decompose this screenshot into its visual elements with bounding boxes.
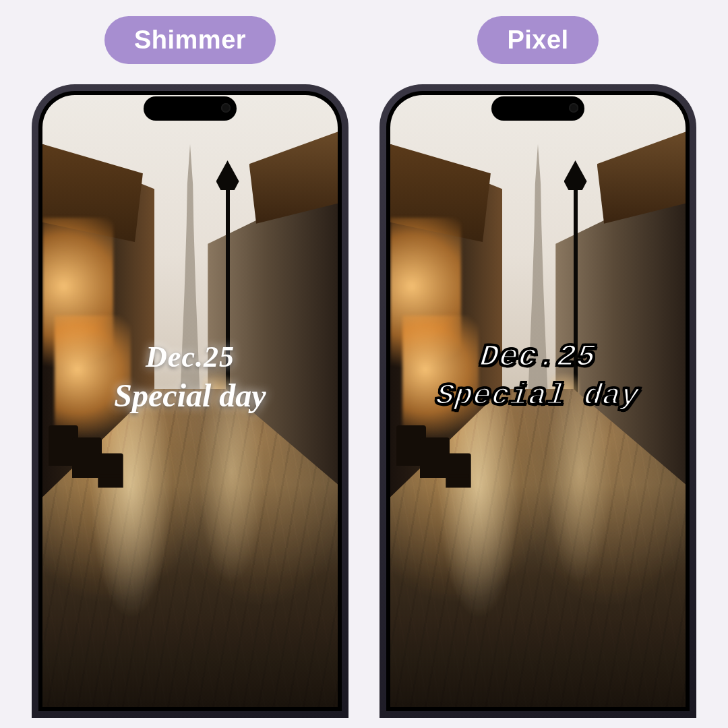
phone-mockup-right: Dec.25 Special day — [380, 84, 696, 718]
phone-screen-right: Dec.25 Special day — [390, 95, 686, 707]
effect-label-shimmer: Shimmer — [104, 16, 276, 64]
overlay-line1: Dec.25 — [42, 340, 338, 374]
overlay-line1: Dec.25 — [390, 340, 686, 375]
front-camera — [569, 103, 578, 113]
right-column: Pixel — [380, 16, 696, 718]
overlay-line2: Special day — [42, 377, 338, 414]
overlay-text-shimmer: Dec.25 Special day — [42, 340, 338, 414]
phone-screen-left: Dec.25 Special day — [42, 95, 338, 707]
front-camera — [221, 103, 231, 113]
overlay-line2: Special day — [390, 379, 686, 413]
phone-mockup-left: Dec.25 Special day — [32, 84, 348, 718]
left-column: Shimmer — [32, 16, 348, 718]
overlay-text-pixel: Dec.25 Special day — [390, 340, 686, 413]
comparison-stage: Shimmer — [0, 0, 728, 728]
effect-label-pixel: Pixel — [477, 16, 598, 64]
